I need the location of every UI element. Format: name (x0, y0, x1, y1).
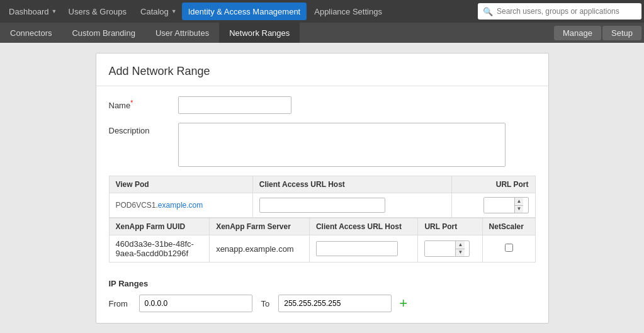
search-input[interactable] (497, 7, 636, 16)
netscaler-cell (482, 235, 535, 262)
nav-appliance-settings[interactable]: Appliance Settings (308, 3, 388, 20)
xenapp-server-text: xenapp.example.com (216, 244, 294, 254)
add-ip-range-button[interactable]: + (397, 296, 410, 310)
view-pod-table: View Pod Client Access URL Host URL Port… (109, 176, 536, 218)
search-icon: 🔍 (483, 7, 493, 16)
from-label: From (109, 299, 134, 308)
col-client-access-url: Client Access URL Host (252, 176, 451, 193)
nav-connectors[interactable]: Connectors (0, 23, 62, 43)
description-row: Description (109, 123, 536, 167)
ip-ranges-section: IP Ranges From To + (96, 273, 548, 324)
ip-ranges-title: IP Ranges (109, 279, 536, 288)
to-input[interactable] (278, 295, 392, 312)
nav-user-attributes[interactable]: User Attributes (145, 23, 219, 43)
search-box: 🔍 (478, 3, 641, 20)
xenapp-port-input[interactable] (425, 241, 455, 256)
col-view-pod: View Pod (109, 176, 252, 193)
top-nav: Dashboard ▼ Users & Groups Catalog ▼ Ide… (0, 0, 644, 23)
col-xenapp-url-port: URL Port (418, 218, 482, 235)
col-xenapp-client-url: Client Access URL Host (309, 218, 418, 235)
url-port-cell: ▲ ▼ (451, 193, 535, 218)
name-label: Name* (109, 96, 178, 110)
second-nav: Connectors Custom Branding User Attribut… (0, 23, 644, 43)
view-pod-port-input[interactable] (484, 198, 514, 213)
ip-range-row: From To + (109, 295, 536, 312)
from-input[interactable] (139, 295, 252, 312)
xenapp-port-cell: ▲ ▼ (418, 235, 482, 262)
col-xenapp-uuid: XenApp Farm UUID (109, 218, 210, 235)
port-up-btn[interactable]: ▲ (515, 198, 524, 206)
xenapp-server-cell: xenapp.example.com (210, 235, 310, 262)
client-url-cell (252, 193, 451, 218)
netscaler-checkbox[interactable] (505, 244, 513, 252)
pod-cell: POD6VCS1.example.com (109, 193, 252, 218)
xenapp-uuid-cell: 460d3a3e-31be-48fc-9aea-5acdd0b1296f (109, 235, 210, 262)
nav-users-groups[interactable]: Users & Groups (62, 3, 133, 20)
modal-title: Add Network Range (96, 54, 548, 86)
pod-domain: example.com (158, 201, 203, 210)
nav-identity-access[interactable]: Identity & Access Management (182, 3, 307, 20)
xenapp-client-url-input[interactable] (316, 241, 398, 256)
second-nav-actions: Manage Setup (554, 26, 644, 40)
nav-network-ranges[interactable]: Network Ranges (219, 23, 300, 43)
xenapp-spinner-btns: ▲ ▼ (455, 241, 465, 256)
description-textarea[interactable] (178, 123, 506, 167)
view-pod-row: POD6VCS1.example.com ▲ ▼ (109, 193, 535, 218)
xenapp-table: XenApp Farm UUID XenApp Farm Server Clie… (109, 218, 536, 262)
port-spinner-btns: ▲ ▼ (514, 198, 524, 213)
col-xenapp-server: XenApp Farm Server (210, 218, 310, 235)
nav-dashboard[interactable]: Dashboard ▼ (3, 3, 61, 20)
xenapp-port-down-btn[interactable]: ▼ (456, 249, 465, 257)
name-row: Name* (109, 96, 536, 114)
manage-button[interactable]: Manage (554, 26, 601, 40)
dashboard-arrow: ▼ (52, 8, 57, 14)
xenapp-port-up-btn[interactable]: ▲ (456, 241, 465, 249)
nav-custom-branding[interactable]: Custom Branding (62, 23, 145, 43)
name-input[interactable] (178, 96, 291, 114)
col-netscaler: NetScaler (482, 218, 535, 235)
to-label: To (261, 299, 270, 308)
content-area: Add Network Range Name* Description View… (0, 43, 644, 333)
view-pod-port-spinner: ▲ ▼ (483, 197, 529, 213)
xenapp-client-url-cell (309, 235, 418, 262)
pod-prefix: POD6VCS1. (116, 201, 158, 210)
col-url-port: URL Port (451, 176, 535, 193)
setup-button[interactable]: Setup (602, 26, 641, 40)
description-label: Description (109, 123, 178, 135)
view-pod-client-url-input[interactable] (259, 198, 385, 213)
catalog-arrow: ▼ (171, 8, 177, 14)
xenapp-port-spinner: ▲ ▼ (424, 240, 470, 257)
modal-body: Name* Description View Pod Client Access… (96, 86, 548, 273)
port-down-btn[interactable]: ▼ (515, 206, 524, 213)
xenapp-row: 460d3a3e-31be-48fc-9aea-5acdd0b1296f xen… (109, 235, 535, 262)
modal-card: Add Network Range Name* Description View… (96, 53, 549, 324)
xenapp-uuid-text: 460d3a3e-31be-48fc-9aea-5acdd0b1296f (116, 239, 194, 258)
nav-catalog[interactable]: Catalog ▼ (134, 3, 181, 20)
